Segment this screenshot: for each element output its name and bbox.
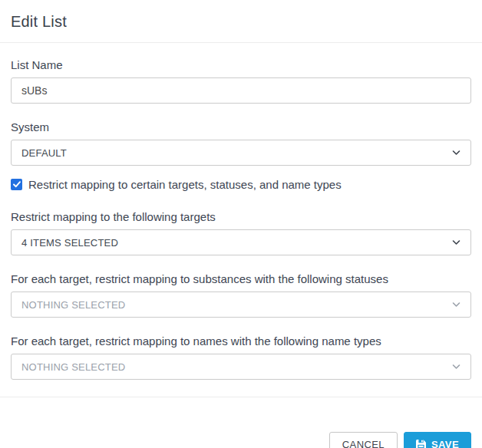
- statuses-select-value: NOTHING SELECTED: [21, 299, 125, 311]
- restrict-checkbox[interactable]: [11, 179, 22, 190]
- statuses-label: For each target, restrict mapping to sub…: [11, 272, 471, 285]
- system-group: System DEFAULT: [11, 120, 471, 166]
- chevron-down-icon: [452, 364, 461, 370]
- floppy-disk-icon: [416, 440, 426, 448]
- page-title: Edit List: [11, 13, 471, 31]
- statuses-group: For each target, restrict mapping to sub…: [11, 272, 471, 318]
- name-types-group: For each target, restrict mapping to nam…: [11, 334, 471, 380]
- system-select[interactable]: DEFAULT: [11, 140, 471, 166]
- cancel-button[interactable]: CANCEL: [329, 432, 398, 448]
- targets-select[interactable]: 4 ITEMS SELECTED: [11, 229, 471, 255]
- name-types-select-value: NOTHING SELECTED: [21, 361, 125, 373]
- chevron-down-icon: [452, 239, 461, 245]
- edit-list-modal: Edit List List Name System DEFAULT Restr…: [0, 0, 482, 448]
- restrict-checkbox-row: Restrict mapping to certain targets, sta…: [11, 178, 471, 191]
- restrict-checkbox-label[interactable]: Restrict mapping to certain targets, sta…: [28, 178, 342, 191]
- modal-body: List Name System DEFAULT Restrict mappin…: [0, 43, 482, 397]
- system-select-value: DEFAULT: [21, 147, 67, 159]
- list-name-input[interactable]: [11, 77, 471, 104]
- chevron-down-icon: [452, 301, 461, 308]
- save-button[interactable]: SAVE: [404, 432, 471, 448]
- list-name-group: List Name: [11, 58, 471, 104]
- targets-group: Restrict mapping to the following target…: [11, 210, 471, 255]
- list-name-label: List Name: [11, 58, 471, 71]
- chevron-down-icon: [452, 150, 461, 156]
- checkmark-icon: [13, 181, 21, 188]
- statuses-select: NOTHING SELECTED: [11, 292, 471, 318]
- name-types-select: NOTHING SELECTED: [11, 354, 471, 380]
- modal-footer: CANCEL SAVE: [0, 397, 482, 448]
- name-types-label: For each target, restrict mapping to nam…: [11, 334, 471, 348]
- targets-label: Restrict mapping to the following target…: [11, 210, 471, 223]
- save-button-label: SAVE: [431, 439, 459, 448]
- system-label: System: [11, 120, 471, 133]
- targets-select-value: 4 ITEMS SELECTED: [21, 237, 118, 249]
- modal-header: Edit List: [0, 0, 482, 43]
